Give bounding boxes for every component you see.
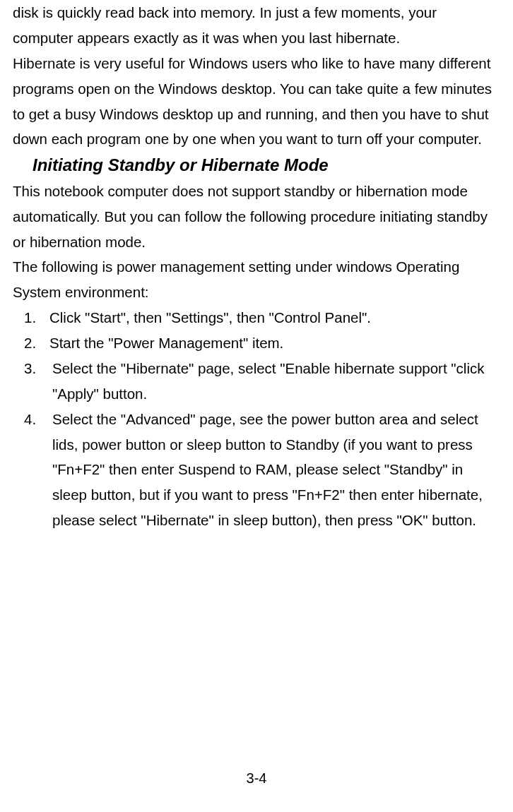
list-number: 4. bbox=[23, 407, 52, 432]
body-paragraph-4: The following is power management settin… bbox=[13, 254, 500, 305]
list-item: 1. Click "Start", then "Settings", then … bbox=[23, 305, 500, 330]
list-number: 2. bbox=[23, 330, 49, 356]
list-number: 1. bbox=[23, 305, 49, 330]
list-text: Select the "Advanced" page, see the powe… bbox=[52, 407, 500, 533]
ordered-list: 1. Click "Start", then "Settings", then … bbox=[23, 305, 500, 533]
body-paragraph-2: Hibernate is very useful for Windows use… bbox=[13, 51, 500, 153]
section-heading: Initiating Standby or Hibernate Mode bbox=[33, 153, 500, 177]
list-text: Select the "Hibernate" page, select "Ena… bbox=[52, 356, 500, 407]
list-item: 4. Select the "Advanced" page, see the p… bbox=[23, 407, 500, 533]
body-paragraph-1: disk is quickly read back into memory. I… bbox=[13, 0, 500, 51]
list-number: 3. bbox=[23, 356, 52, 381]
list-text: Click "Start", then "Settings", then "Co… bbox=[49, 305, 500, 330]
list-item: 2. Start the "Power Management" item. bbox=[23, 330, 500, 356]
list-item: 3. Select the "Hibernate" page, select "… bbox=[23, 356, 500, 407]
body-paragraph-3: This notebook computer does not support … bbox=[13, 179, 500, 255]
page-number: 3-4 bbox=[0, 770, 513, 787]
list-text: Start the "Power Management" item. bbox=[49, 330, 500, 356]
